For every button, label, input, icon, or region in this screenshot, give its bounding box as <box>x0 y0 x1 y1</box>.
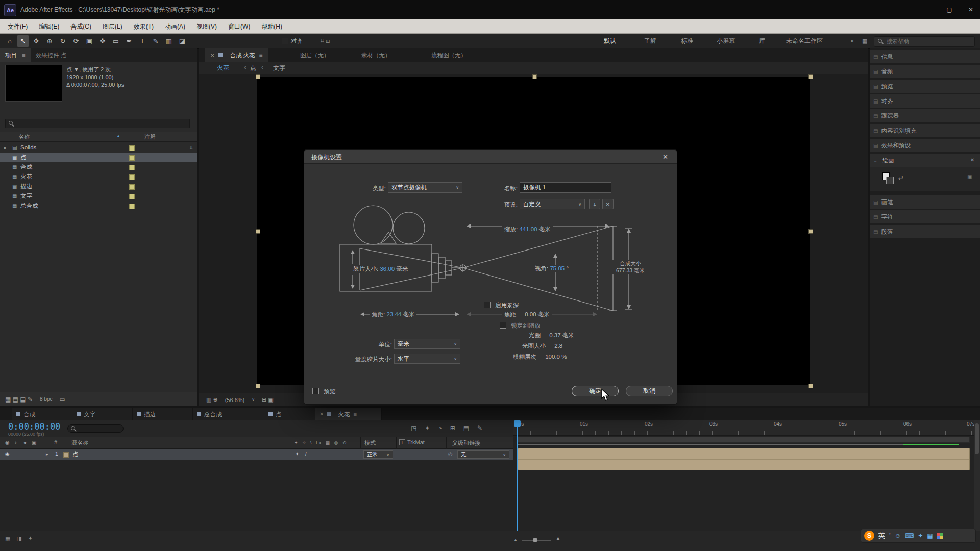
ok-button[interactable]: 确定 <box>572 386 619 396</box>
focal-length-field[interactable]: 焦距: 23.44 毫米 <box>370 311 416 318</box>
menu-view[interactable]: 视图(V) <box>191 19 223 34</box>
label-color-chip[interactable] <box>129 145 135 151</box>
orbit-camera-tool[interactable]: ↻ <box>57 35 69 47</box>
ime-skin-icon[interactable]: ✦ <box>918 532 923 539</box>
label-color-chip[interactable] <box>129 165 135 170</box>
cancel-button[interactable]: 取消 <box>626 386 673 396</box>
breadcrumb-huohua[interactable]: 火花 <box>217 64 229 72</box>
trash-icon[interactable]: ▭ <box>60 396 65 403</box>
home-icon[interactable]: ⌂ <box>4 35 16 47</box>
pan-behind-tool[interactable]: ✜ <box>96 35 109 47</box>
label-color-chip[interactable] <box>129 174 135 180</box>
timeline-tab-miaobian[interactable]: 描边 <box>133 408 193 420</box>
expand-arrow-icon[interactable]: ▸ <box>4 143 7 153</box>
timeline-tab-wenzi[interactable]: 文字 <box>72 408 133 420</box>
current-timecode[interactable]: 0:00:00:00 <box>8 421 60 432</box>
selection-handle[interactable] <box>808 384 813 388</box>
ime-keyboard-icon[interactable]: ⌨ <box>905 532 914 539</box>
pickwhip-icon[interactable]: ◎ <box>448 451 453 457</box>
viewer-footer-icons-right[interactable]: ⊞ ▣ <box>262 396 274 403</box>
zoom-in-icon[interactable]: ▲ <box>555 535 561 541</box>
dialog-titlebar[interactable]: 摄像机设置 ✕ <box>304 150 677 164</box>
tab-footage[interactable]: 素材（无） <box>361 48 391 62</box>
parent-link-column[interactable]: 父级和链接 <box>452 439 480 447</box>
project-row-solids[interactable]: ▸ ▤ Solids ⌗ <box>0 143 197 153</box>
status-icon-3[interactable]: ✦ <box>28 535 33 542</box>
zoom-out-icon[interactable]: ▴ <box>514 537 517 542</box>
label-color-chip[interactable] <box>129 184 135 190</box>
panel-menu-icon[interactable]: ≡ <box>353 408 357 420</box>
label-color-chip[interactable] <box>129 204 135 209</box>
blend-mode-dropdown[interactable]: 正常∨ <box>363 450 393 459</box>
tab-composition-huohua[interactable]: ✕ 合成 火花 ≡ <box>205 48 268 62</box>
selection-handle[interactable] <box>808 74 813 79</box>
menu-help[interactable]: 帮助(H) <box>256 19 288 34</box>
workspace-libraries[interactable]: 库 <box>759 34 765 48</box>
workspace-learn[interactable]: 了解 <box>644 34 656 48</box>
selection-handle[interactable] <box>256 229 260 234</box>
camera-type-dropdown[interactable]: 双节点摄像机∨ <box>388 182 462 193</box>
panel-audio[interactable]: ▤音频 <box>870 65 980 78</box>
measure-film-dropdown[interactable]: 水平∨ <box>394 354 460 364</box>
panel-paragraph[interactable]: ▤段落 <box>870 225 980 238</box>
column-name-header[interactable]: 名称 <box>18 133 30 141</box>
layer-rasterize-icon[interactable]: / <box>305 451 307 457</box>
ime-grid-icon[interactable] <box>937 533 943 539</box>
hand-tool[interactable]: ✥ <box>30 35 42 47</box>
timeline-toggle-icon-5[interactable]: ▤ <box>463 424 469 432</box>
layer-switch-icon[interactable]: ✦ <box>295 451 299 457</box>
maximize-button[interactable]: ▢ <box>939 0 960 19</box>
help-search-input[interactable]: 搜索帮助 <box>874 36 975 47</box>
menu-edit[interactable]: 编辑(E) <box>33 19 65 34</box>
workspace-standard[interactable]: 标准 <box>681 34 693 48</box>
source-name-column[interactable]: 源名称 <box>71 439 88 447</box>
parent-dropdown[interactable]: 无∨ <box>457 450 509 459</box>
project-footer-icons[interactable]: ▦ ▤ ⬓ ✎ <box>5 396 33 403</box>
film-size-field[interactable]: 胶片大小: 36.00 毫米 <box>351 265 410 273</box>
type-tool[interactable]: T <box>136 35 149 47</box>
zoom-value[interactable]: 441.00 <box>519 226 537 232</box>
clone-stamp-tool[interactable]: ▥ <box>163 35 175 47</box>
panel-paint-header[interactable]: ⌄ 绘画 ✕ <box>870 154 980 167</box>
paint-options-icon[interactable]: ▣ <box>967 174 972 180</box>
tab-close-icon[interactable]: ✕ <box>210 53 214 58</box>
focal-length-value[interactable]: 23.44 <box>386 311 401 317</box>
timeline-tab-hecheng[interactable]: 合成 <box>12 408 72 420</box>
ime-punctuation-toggle[interactable]: ’ <box>889 532 891 539</box>
selection-handle[interactable] <box>256 384 260 388</box>
layer-visibility-icon[interactable]: ◉ <box>5 451 10 457</box>
tab-project[interactable]: 项目 ≡ <box>0 48 31 62</box>
close-button[interactable]: ✕ <box>961 0 980 19</box>
alignment-icons[interactable]: ⌗ ⊞ <box>321 34 330 48</box>
selection-handle[interactable] <box>532 74 537 79</box>
rotate-tool[interactable]: ⟳ <box>70 35 82 47</box>
preview-row[interactable]: 预览 <box>312 388 335 395</box>
label-color-chip[interactable] <box>129 155 135 161</box>
layer-expander-icon[interactable]: ▸ <box>46 452 48 457</box>
label-color-chip[interactable] <box>129 194 135 199</box>
trkmat-column[interactable]: TrkMat <box>407 439 425 445</box>
menu-window[interactable]: 窗口(W) <box>223 19 256 34</box>
selection-handle[interactable] <box>808 229 813 234</box>
shape-tool[interactable]: ▭ <box>110 35 122 47</box>
menu-effect[interactable]: 效果(T) <box>128 19 159 34</box>
panel-info[interactable]: ▤信息 <box>870 50 980 63</box>
panel-grid-icon[interactable]: ▦ <box>862 34 867 48</box>
angle-of-view-field[interactable]: 视角: 75.05 ° <box>533 265 571 272</box>
viewer-footer-icons[interactable]: ▥ ⊕ <box>206 396 218 403</box>
dialog-close-icon[interactable]: ✕ <box>663 153 668 161</box>
panel-character[interactable]: ▤字符 <box>870 210 980 223</box>
selection-tool[interactable]: ↖ <box>17 35 29 47</box>
panel-brushes[interactable]: ▤画笔 <box>870 195 980 209</box>
ime-language-toggle[interactable]: 英 <box>878 531 885 540</box>
breadcrumb-dian[interactable]: 点 <box>250 64 256 72</box>
tab-layer[interactable]: 图层（无） <box>300 48 330 62</box>
units-dropdown[interactable]: 毫米∨ <box>394 339 460 349</box>
menu-layer[interactable]: 图层(L) <box>97 19 128 34</box>
menu-composition[interactable]: 合成(C) <box>65 19 97 34</box>
panel-effects-presets[interactable]: ▤效果和预设 <box>870 139 980 152</box>
panel-menu-icon[interactable]: ≡ <box>259 52 263 59</box>
layer-name[interactable]: 点 <box>72 450 79 458</box>
selection-handle[interactable] <box>256 74 260 79</box>
snap-checkbox[interactable] <box>282 38 288 44</box>
